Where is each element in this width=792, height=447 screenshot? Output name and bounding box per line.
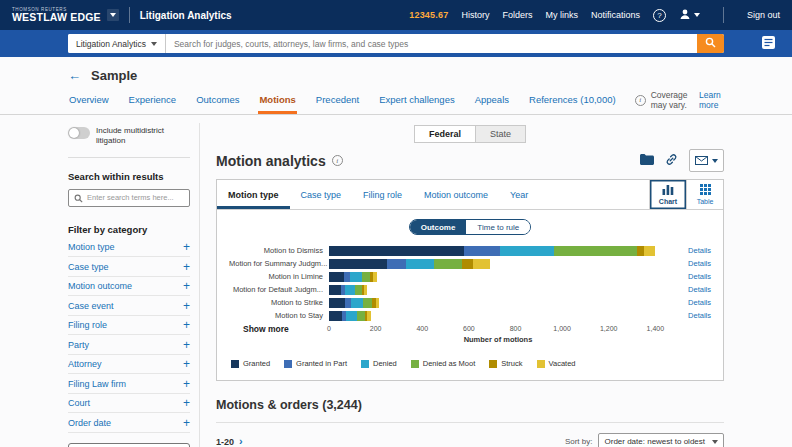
- bar-segment-denied-as-moot[interactable]: [554, 246, 637, 256]
- account-menu[interactable]: [679, 6, 700, 24]
- bar-segment-granted[interactable]: [329, 272, 344, 282]
- pagination[interactable]: 1-20 ›: [216, 436, 243, 447]
- tab-appeals[interactable]: Appeals: [474, 88, 510, 114]
- bar-segment-granted-in-part[interactable]: [387, 259, 406, 269]
- westlaw-edge-logo[interactable]: THOMSON REUTERS WESTLAW EDGE: [12, 7, 119, 23]
- bar-segment-granted[interactable]: [329, 246, 464, 256]
- bar-segment-denied[interactable]: [406, 259, 434, 269]
- bar-segment-denied-as-moot[interactable]: [362, 272, 370, 282]
- filter-case-type[interactable]: Case type+: [68, 257, 190, 277]
- details-link[interactable]: Details: [667, 272, 711, 281]
- outline-button[interactable]: [758, 35, 778, 53]
- sort-dropdown[interactable]: Order date: newest to oldest: [598, 433, 725, 447]
- bar-segment-denied-as-moot[interactable]: [357, 311, 365, 321]
- bar-segment-denied-as-moot[interactable]: [355, 285, 362, 295]
- filter-party[interactable]: Party+: [68, 335, 190, 355]
- search-button[interactable]: [697, 34, 724, 53]
- topnav-notifications[interactable]: Notifications: [591, 10, 640, 20]
- tab-expert-challenges[interactable]: Expert challenges: [378, 88, 456, 114]
- plus-icon[interactable]: +: [183, 241, 190, 253]
- tab-motions[interactable]: Motions: [258, 88, 296, 114]
- bar-segment-granted-in-part[interactable]: [464, 246, 500, 256]
- details-link[interactable]: Details: [667, 246, 711, 255]
- search-input[interactable]: [166, 34, 697, 53]
- deliver-button[interactable]: [689, 149, 724, 172]
- details-link[interactable]: Details: [667, 311, 711, 320]
- filter-motion-outcome[interactable]: Motion outcome+: [68, 277, 190, 297]
- plus-icon[interactable]: +: [183, 378, 190, 390]
- filter-filing-law-firm[interactable]: Filing Law firm+: [68, 374, 190, 394]
- bar-segment-denied-as-moot[interactable]: [363, 298, 372, 308]
- filter-case-event[interactable]: Case event+: [68, 296, 190, 316]
- mode-time-to-rule[interactable]: Time to rule: [466, 220, 530, 234]
- chart-tab-filing-role[interactable]: Filing role: [352, 180, 413, 209]
- search-scope-dropdown[interactable]: Litigation Analytics: [68, 34, 166, 53]
- details-link[interactable]: Details: [667, 285, 711, 294]
- tab-outcomes[interactable]: Outcomes: [195, 88, 240, 114]
- filter-motion-type[interactable]: Motion type+: [68, 238, 190, 258]
- plus-icon[interactable]: +: [183, 417, 190, 429]
- tab-references-10-000[interactable]: References (10,000): [528, 88, 617, 114]
- view-chart-button[interactable]: Chart: [649, 180, 686, 209]
- filter-attorney[interactable]: Attorney+: [68, 355, 190, 375]
- plus-icon[interactable]: +: [183, 358, 190, 370]
- bar-segment-denied[interactable]: [351, 298, 363, 308]
- jurisdiction-state[interactable]: State: [476, 125, 526, 143]
- bar-segment-granted[interactable]: [329, 298, 345, 308]
- bar-segment-denied[interactable]: [346, 311, 356, 321]
- bar-segment-vacated[interactable]: [373, 272, 376, 282]
- bar-segment-denied-as-moot[interactable]: [434, 259, 462, 269]
- bar-segment-struck[interactable]: [462, 259, 474, 269]
- filter-court[interactable]: Court+: [68, 394, 190, 414]
- filter-filing-role[interactable]: Filing role+: [68, 316, 190, 336]
- details-link[interactable]: Details: [667, 259, 711, 268]
- info-icon[interactable]: i: [332, 155, 343, 166]
- view-table-button[interactable]: Table: [686, 180, 723, 209]
- plus-icon[interactable]: +: [183, 261, 190, 273]
- tab-overview[interactable]: Overview: [68, 88, 110, 114]
- show-more-link[interactable]: Show more: [229, 324, 329, 334]
- client-id-value[interactable]: 12345.67: [409, 10, 448, 20]
- bar-segment-denied[interactable]: [350, 272, 362, 282]
- topnav-history[interactable]: History: [461, 10, 489, 20]
- bar-segment-vacated[interactable]: [376, 298, 379, 308]
- link-button[interactable]: [665, 153, 678, 169]
- tab-precedent[interactable]: Precedent: [315, 88, 360, 114]
- plus-icon[interactable]: +: [183, 319, 190, 331]
- bar-segment-granted[interactable]: [329, 285, 341, 295]
- bar-segment-vacated[interactable]: [367, 311, 370, 321]
- product-switcher-caret[interactable]: [107, 9, 119, 21]
- topnav-my-links[interactable]: My links: [545, 10, 578, 20]
- bar-segment-denied[interactable]: [345, 285, 354, 295]
- bar-segment-vacated[interactable]: [644, 246, 656, 256]
- chart-tab-case-type[interactable]: Case type: [290, 180, 353, 209]
- topnav-folders[interactable]: Folders: [502, 10, 532, 20]
- mode-outcome[interactable]: Outcome: [410, 220, 467, 234]
- tab-experience[interactable]: Experience: [128, 88, 178, 114]
- bar-segment-denied[interactable]: [500, 246, 554, 256]
- bar-segment-vacated[interactable]: [364, 285, 367, 295]
- bar-segment-granted[interactable]: [329, 311, 342, 321]
- back-arrow-icon[interactable]: ←: [68, 69, 81, 82]
- plus-icon[interactable]: +: [183, 339, 190, 351]
- folder-button[interactable]: [640, 153, 654, 168]
- next-page-icon[interactable]: ›: [239, 436, 243, 447]
- chart-tab-year[interactable]: Year: [499, 180, 539, 209]
- chart-tab-motion-outcome[interactable]: Motion outcome: [413, 180, 499, 209]
- sign-out-link[interactable]: Sign out: [747, 10, 780, 20]
- advanced-filtering-button[interactable]: Advanced filtering options: [68, 443, 190, 447]
- chart-tab-motion-type[interactable]: Motion type: [217, 180, 290, 209]
- jurisdiction-federal[interactable]: Federal: [414, 125, 476, 143]
- learn-more-link[interactable]: Learn more: [699, 90, 724, 110]
- details-link[interactable]: Details: [667, 298, 711, 307]
- bar-segment-granted[interactable]: [329, 259, 387, 269]
- help-icon[interactable]: ?: [653, 9, 666, 22]
- filter-order-date[interactable]: Order date+: [68, 413, 190, 433]
- search-within-input[interactable]: [87, 193, 184, 202]
- plus-icon[interactable]: +: [183, 300, 190, 312]
- bar-segment-struck[interactable]: [637, 246, 644, 256]
- bar-segment-vacated[interactable]: [473, 259, 489, 269]
- toggle-switch[interactable]: [68, 127, 90, 139]
- plus-icon[interactable]: +: [183, 397, 190, 409]
- plus-icon[interactable]: +: [183, 280, 190, 292]
